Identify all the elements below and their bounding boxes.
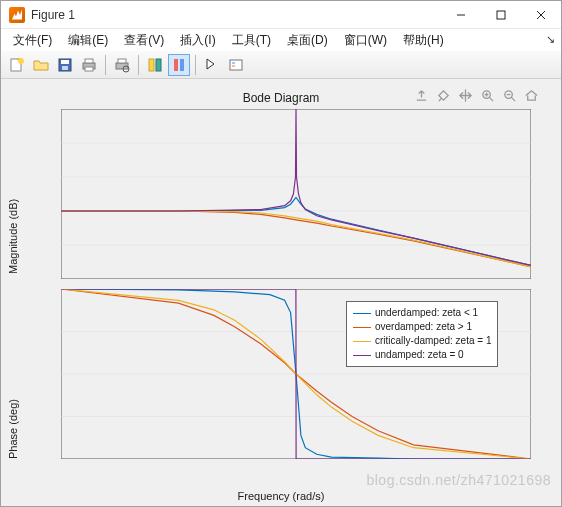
- svg-rect-9: [62, 66, 68, 70]
- close-button[interactable]: [521, 1, 561, 29]
- svg-rect-8: [61, 60, 69, 64]
- menu-desktop[interactable]: 桌面(D): [279, 30, 336, 51]
- matlab-figure-icon: [9, 7, 25, 23]
- magnitude-plot[interactable]: -100 -50 0 50 100 150: [61, 109, 531, 279]
- svg-rect-14: [118, 59, 126, 63]
- svg-line-28: [511, 97, 515, 101]
- legend-label-underdamped: underdamped: zeta < 1: [375, 306, 478, 320]
- svg-rect-16: [149, 59, 154, 71]
- new-figure-button[interactable]: [6, 54, 28, 76]
- svg-rect-18: [174, 59, 178, 71]
- insert-colorbar-button[interactable]: [168, 54, 190, 76]
- xlabel: Frequency (rad/s): [1, 490, 561, 502]
- legend-swatch-undamped: [353, 355, 371, 356]
- window-title: Figure 1: [31, 8, 441, 22]
- svg-rect-1: [497, 11, 505, 19]
- toolbar-divider: [138, 55, 139, 75]
- toolbar-divider: [195, 55, 196, 75]
- figure-window: Figure 1 文件(F) 编辑(E) 查看(V) 插入(I) 工具(T) 桌…: [0, 0, 562, 507]
- legend-label-critically-damped: critically-damped: zeta = 1: [375, 334, 491, 348]
- menubar: 文件(F) 编辑(E) 查看(V) 插入(I) 工具(T) 桌面(D) 窗口(W…: [1, 29, 561, 51]
- svg-rect-12: [85, 67, 93, 71]
- legend-swatch-critically-damped: [353, 341, 371, 342]
- brush-icon[interactable]: [435, 87, 451, 103]
- save-button[interactable]: [54, 54, 76, 76]
- svg-rect-19: [180, 59, 184, 71]
- menu-window[interactable]: 窗口(W): [336, 30, 395, 51]
- zoom-in-icon[interactable]: [479, 87, 495, 103]
- ylabel-phase: Phase (deg): [7, 399, 19, 459]
- toolbar-divider: [105, 55, 106, 75]
- svg-point-6: [18, 58, 24, 64]
- svg-rect-11: [85, 59, 93, 63]
- print-button[interactable]: [78, 54, 100, 76]
- legend-label-overdamped: overdamped: zeta > 1: [375, 320, 472, 334]
- menu-view[interactable]: 查看(V): [116, 30, 172, 51]
- home-icon[interactable]: [523, 87, 539, 103]
- legend-label-undamped: undamped: zeta = 0: [375, 348, 464, 362]
- menu-help[interactable]: 帮助(H): [395, 30, 452, 51]
- svg-line-24: [489, 97, 493, 101]
- maximize-button[interactable]: [481, 1, 521, 29]
- menu-tools[interactable]: 工具(T): [224, 30, 279, 51]
- open-button[interactable]: [30, 54, 52, 76]
- insert-legend-button[interactable]: [225, 54, 247, 76]
- legend-swatch-overdamped: [353, 327, 371, 328]
- titlebar: Figure 1: [1, 1, 561, 29]
- menu-file[interactable]: 文件(F): [5, 30, 60, 51]
- menu-edit[interactable]: 编辑(E): [60, 30, 116, 51]
- menu-insert[interactable]: 插入(I): [172, 30, 223, 51]
- window-buttons: [441, 1, 561, 29]
- pan-icon[interactable]: [457, 87, 473, 103]
- menu-overflow-icon[interactable]: ↘: [546, 33, 555, 46]
- watermark: blog.csdn.net/zh471021698: [366, 472, 551, 488]
- link-plot-button[interactable]: [144, 54, 166, 76]
- zoom-out-icon[interactable]: [501, 87, 517, 103]
- figure-area: Bode Diagram Magnitude (dB) Phase (deg) …: [1, 79, 561, 506]
- chart-toolstrip: [413, 87, 539, 103]
- minimize-button[interactable]: [441, 1, 481, 29]
- edit-plot-button[interactable]: [201, 54, 223, 76]
- legend[interactable]: underdamped: zeta < 1 overdamped: zeta >…: [346, 301, 498, 367]
- svg-rect-17: [156, 59, 161, 71]
- export-icon[interactable]: [413, 87, 429, 103]
- ylabel-magnitude: Magnitude (dB): [7, 199, 19, 274]
- legend-swatch-underdamped: [353, 313, 371, 314]
- svg-rect-20: [230, 60, 242, 70]
- print-preview-button[interactable]: [111, 54, 133, 76]
- toolbar: [1, 51, 561, 79]
